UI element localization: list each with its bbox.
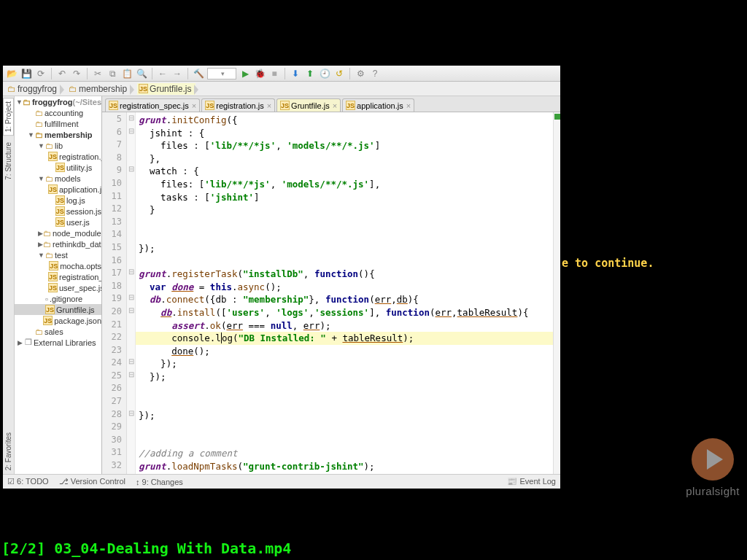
- close-icon[interactable]: ×: [333, 101, 337, 110]
- editor-tab[interactable]: JSregistration_spec.js×: [105, 98, 200, 112]
- close-icon[interactable]: ×: [267, 101, 271, 110]
- tree-item[interactable]: JSutility.js: [15, 162, 101, 173]
- tree-item[interactable]: JSGruntfile.js: [15, 304, 101, 315]
- vcs-history-icon[interactable]: 🕘: [319, 68, 330, 79]
- redo-icon[interactable]: ↷: [71, 68, 82, 79]
- changes-tool[interactable]: ↕ 9: Changes: [136, 478, 183, 486]
- inspection-ok-icon: [554, 114, 560, 120]
- debug-icon[interactable]: 🐞: [254, 68, 266, 79]
- tab-label: application.js: [357, 101, 403, 110]
- stop-icon[interactable]: ■: [268, 68, 280, 79]
- copy-icon[interactable]: ⧉: [107, 68, 118, 79]
- js-file-icon: JS: [43, 316, 53, 325]
- tree-item[interactable]: 🗀test: [15, 249, 101, 260]
- event-log-tool[interactable]: 📰 Event Log: [507, 477, 556, 486]
- undo-icon[interactable]: ↶: [56, 68, 68, 79]
- editor-tab[interactable]: JSGruntfile.js×: [276, 98, 341, 112]
- folder-icon: 🗀: [43, 229, 51, 238]
- close-icon[interactable]: ×: [406, 101, 411, 110]
- js-file-icon: JS: [205, 101, 214, 110]
- tree-item-label: External Libraries: [34, 338, 96, 347]
- vcs-commit-icon[interactable]: ⬆: [304, 68, 316, 79]
- tab-label: registration.js: [216, 101, 263, 110]
- crumb-file[interactable]: JSGruntfile.js: [137, 83, 196, 95]
- tree-item[interactable]: 🗀membership: [15, 129, 101, 140]
- vcs-revert-icon[interactable]: ↺: [333, 68, 345, 79]
- folder-icon: 🗀: [43, 240, 51, 249]
- tree-item[interactable]: 🗀node_modules: [15, 228, 101, 238]
- open-icon[interactable]: 📂: [6, 68, 18, 79]
- settings-icon[interactable]: ⚙: [355, 68, 366, 79]
- tree-item[interactable]: 🗀lib: [15, 140, 101, 151]
- refresh-icon[interactable]: ⟳: [35, 68, 47, 79]
- cut-icon[interactable]: ✂: [92, 68, 104, 79]
- js-file-icon: JS: [109, 101, 118, 110]
- tree-item[interactable]: 🗀accounting: [15, 107, 101, 118]
- tree-item[interactable]: 🗀rethinkdb_data: [15, 238, 101, 249]
- tree-item-label: .gitignore: [50, 295, 82, 303]
- left-tool-strip: 1: Project 7: Structure 2: Favorites: [3, 96, 15, 474]
- editor-tab[interactable]: JSapplication.js×: [342, 98, 414, 112]
- back-icon[interactable]: ←: [157, 68, 169, 79]
- tree-item[interactable]: ▫.gitignore: [15, 293, 101, 304]
- left-tab-favorites[interactable]: 2: Favorites: [3, 429, 14, 474]
- tree-item-label: utility.js: [66, 163, 92, 172]
- tree-item[interactable]: JSuser_spec.js: [15, 282, 101, 293]
- crumb-root[interactable]: 🗀froggyfrog: [6, 83, 61, 95]
- version-control-tool[interactable]: ⎇ Version Control: [59, 477, 125, 486]
- main-toolbar: 📂 💾 ⟳ ↶ ↷ ✂ ⧉ 📋 🔍 ← → 🔨 ▾ ▶ 🐞 ■ ⬇ ⬆ 🕘 ↺ …: [3, 66, 560, 82]
- help-icon[interactable]: ?: [369, 68, 381, 79]
- tree-item[interactable]: JSregistration.js: [15, 151, 101, 162]
- tree-root[interactable]: 🗀froggyfrog (~/Sites: [15, 96, 101, 107]
- vcs-update-icon[interactable]: ⬇: [290, 68, 301, 79]
- close-icon[interactable]: ×: [192, 101, 196, 110]
- js-file-icon: JS: [346, 101, 355, 110]
- tree-item-label: session.js: [66, 207, 101, 216]
- code-editor[interactable]: grunt.initConfig({ jshint : { files : ['…: [136, 112, 553, 474]
- line-number-gutter: 5678910111213141516171819202122232425262…: [102, 112, 127, 474]
- tree-item-label: lib: [55, 141, 63, 150]
- folder-icon: 🗀: [35, 120, 43, 128]
- js-file-icon: JS: [55, 206, 65, 216]
- left-tab-structure[interactable]: 7: Structure: [3, 139, 14, 184]
- breadcrumb: 🗀froggyfrog 🗀membership JSGruntfile.js: [3, 82, 560, 96]
- save-icon[interactable]: 💾: [20, 68, 32, 79]
- tree-item-label: user.js: [66, 218, 90, 227]
- forward-icon[interactable]: →: [171, 68, 183, 79]
- editor-tab-bar: JSregistration_spec.js×JSregistration.js…: [102, 96, 560, 112]
- tree-item-label: models: [55, 174, 80, 183]
- tree-item-label: rethinkdb_data: [53, 240, 102, 249]
- tree-item-label: mocha.opts: [60, 262, 101, 271]
- editor-tab[interactable]: JSregistration.js×: [201, 98, 275, 112]
- folder-icon: 🗀: [45, 174, 53, 183]
- tree-item[interactable]: JSsession.js: [15, 206, 101, 217]
- tree-item[interactable]: JSpackage.json: [15, 315, 101, 326]
- editor-area: JSregistration_spec.js×JSregistration.js…: [102, 96, 560, 474]
- error-stripe: [553, 112, 560, 474]
- find-icon[interactable]: 🔍: [136, 68, 147, 79]
- tree-item[interactable]: JSlog.js: [15, 195, 101, 206]
- project-tree[interactable]: 🗀froggyfrog (~/Sites🗀accounting🗀fulfillm…: [15, 96, 102, 474]
- run-icon[interactable]: ▶: [239, 68, 251, 79]
- tree-item[interactable]: JSuser.js: [15, 217, 101, 228]
- tree-item[interactable]: JSmocha.opts: [15, 260, 101, 271]
- folder-icon: 🗀: [7, 84, 16, 94]
- todo-tool[interactable]: ☑ 6: TODO: [7, 477, 49, 486]
- brand-label: pluralsight: [686, 485, 740, 497]
- tree-item[interactable]: 🗀models: [15, 173, 101, 184]
- tree-item[interactable]: JSapplication.js: [15, 184, 101, 195]
- tree-item[interactable]: 🗀sales: [15, 326, 101, 337]
- js-file-icon: JS: [55, 163, 65, 172]
- tree-item[interactable]: JSregistration_spec.js: [15, 271, 101, 282]
- crumb-folder[interactable]: 🗀membership: [67, 83, 131, 95]
- terminal-fragment: e to continue.: [562, 257, 654, 270]
- tree-item[interactable]: 🗀fulfillment: [15, 118, 101, 129]
- tree-item[interactable]: ❒External Libraries: [15, 337, 101, 348]
- left-tab-project[interactable]: 1: Project: [3, 98, 14, 136]
- run-config-dropdown[interactable]: ▾: [207, 68, 236, 79]
- folder-icon: 🗀: [35, 327, 43, 336]
- tree-item-label: user_spec.js: [59, 284, 102, 292]
- folder-icon: 🗀: [69, 84, 77, 94]
- paste-icon[interactable]: 📋: [121, 68, 133, 79]
- build-icon[interactable]: 🔨: [193, 68, 204, 79]
